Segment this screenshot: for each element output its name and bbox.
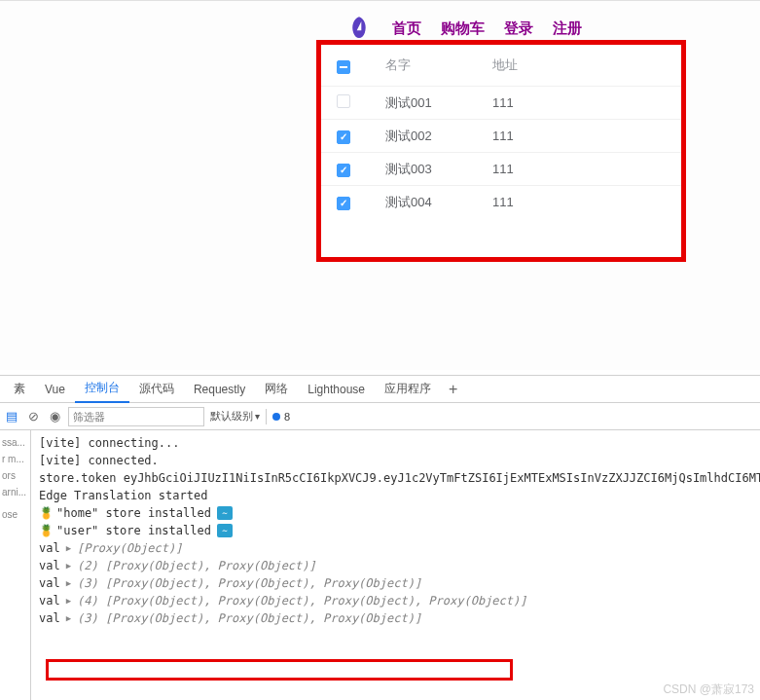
pinia-icon: 🍍 xyxy=(39,506,51,520)
app-logo-icon xyxy=(345,15,373,42)
table-row: 测试001 111 xyxy=(321,86,681,119)
add-tab-icon[interactable]: + xyxy=(449,381,457,398)
log-line[interactable]: val▶(4) [Proxy(Object), Proxy(Object), P… xyxy=(39,592,752,609)
devtools-tab-bar: 素 Vue 控制台 源代码 Requestly 网络 Lighthouse 应用… xyxy=(0,376,760,403)
row-checkbox[interactable] xyxy=(337,164,350,177)
row-checkbox[interactable] xyxy=(337,130,350,144)
log-line[interactable]: Edge Translation started xyxy=(39,487,752,504)
log-line[interactable]: 🍍"user" store installed∼ xyxy=(39,522,752,539)
clear-console-icon[interactable]: ⊘ xyxy=(25,409,41,424)
cell-addr: 111 xyxy=(492,195,666,209)
devtools-tab-elements[interactable]: 素 xyxy=(4,376,35,403)
expand-arrow-icon[interactable]: ▶ xyxy=(66,543,71,553)
devtools-tab-application[interactable]: 应用程序 xyxy=(375,376,441,403)
log-line[interactable]: 🍍"home" store installed∼ xyxy=(39,504,752,522)
log-line[interactable]: val▶(3) [Proxy(Object), Proxy(Object), P… xyxy=(39,574,752,592)
toolbar-divider xyxy=(266,409,267,424)
devtools-tab-vue[interactable]: Vue xyxy=(35,376,75,403)
issues-badge[interactable]: 8 xyxy=(272,411,290,423)
row-checkbox[interactable] xyxy=(337,94,350,108)
nav-link-cart[interactable]: 购物车 xyxy=(441,19,485,38)
watermark: CSDN @萧寂173 xyxy=(663,682,754,698)
sidebar-item[interactable]: ssa... xyxy=(0,434,30,451)
row-checkbox[interactable] xyxy=(337,197,350,210)
pinia-icon: 🍍 xyxy=(39,524,51,537)
log-level-dropdown[interactable]: 默认级别 xyxy=(210,409,260,424)
data-table: 名字 地址 测试001 111 测试002 111 测试003 111 测试00… xyxy=(321,45,681,218)
devtools-tab-network[interactable]: 网络 xyxy=(255,376,298,403)
table-row: 测试004 111 xyxy=(321,185,681,218)
log-line[interactable]: store.token eyJhbGciOiJIUzI1NiIsInR5cCI6… xyxy=(39,469,752,487)
devtools-panel: 素 Vue 控制台 源代码 Requestly 网络 Lighthouse 应用… xyxy=(0,375,760,700)
cell-name: 测试003 xyxy=(385,161,492,178)
log-line[interactable]: [vite] connected. xyxy=(39,452,752,469)
table-row: 测试003 111 xyxy=(321,152,681,185)
pinia-badge-icon: ∼ xyxy=(217,524,233,537)
devtools-tab-lighthouse[interactable]: Lighthouse xyxy=(298,376,375,403)
expand-arrow-icon[interactable]: ▶ xyxy=(66,561,71,571)
sidebar-item[interactable]: ors xyxy=(0,467,30,484)
cell-addr: 111 xyxy=(492,129,666,143)
cell-name: 测试001 xyxy=(385,94,492,112)
pinia-badge-icon: ∼ xyxy=(217,506,233,520)
issue-count: 8 xyxy=(284,411,290,423)
console-toolbar: ▤ ⊘ ◉ 默认级别 8 xyxy=(0,403,760,430)
console-sidebar: ssa... r m... ors arni... ose xyxy=(0,430,31,700)
issue-dot-icon xyxy=(272,413,280,421)
live-expression-icon[interactable]: ◉ xyxy=(47,409,62,424)
log-line[interactable]: val▶(2) [Proxy(Object), Proxy(Object)] xyxy=(39,557,752,574)
cell-addr: 111 xyxy=(492,95,666,110)
table-row: 测试002 111 xyxy=(321,119,681,152)
devtools-tab-sources[interactable]: 源代码 xyxy=(129,376,184,403)
log-line[interactable]: val▶(3) [Proxy(Object), Proxy(Object), P… xyxy=(39,609,752,627)
log-line[interactable]: val▶[Proxy(Object)] xyxy=(39,539,752,557)
console-output: [vite] connecting... [vite] connected. s… xyxy=(31,430,760,700)
expand-arrow-icon[interactable]: ▶ xyxy=(66,578,71,588)
select-all-checkbox[interactable] xyxy=(337,60,350,74)
nav-link-login[interactable]: 登录 xyxy=(504,19,533,38)
devtools-tab-console[interactable]: 控制台 xyxy=(75,376,129,403)
sidebar-item[interactable]: r m... xyxy=(0,451,30,467)
nav-link-register[interactable]: 注册 xyxy=(553,19,582,38)
cell-addr: 111 xyxy=(492,162,666,176)
sidebar-item[interactable]: arni... xyxy=(0,484,30,500)
table-header-row: 名字 地址 xyxy=(321,45,681,86)
cell-name: 测试002 xyxy=(385,128,492,145)
expand-arrow-icon[interactable]: ▶ xyxy=(66,613,71,623)
devtools-tab-requestly[interactable]: Requestly xyxy=(184,376,255,403)
app-viewport: 首页 购物车 登录 注册 名字 地址 测试001 111 测试002 111 xyxy=(0,0,760,370)
nav-link-home[interactable]: 首页 xyxy=(392,19,421,38)
nav-bar: 首页 购物车 登录 注册 xyxy=(345,15,582,42)
console-filter-input[interactable] xyxy=(68,407,204,426)
log-line[interactable]: [vite] connecting... xyxy=(39,434,752,452)
highlight-box-table: 名字 地址 测试001 111 测试002 111 测试003 111 测试00… xyxy=(316,40,686,262)
console-sidebar-toggle-icon[interactable]: ▤ xyxy=(4,409,19,424)
console-body: ssa... r m... ors arni... ose [vite] con… xyxy=(0,430,760,700)
sidebar-item[interactable]: ose xyxy=(0,506,30,523)
expand-arrow-icon[interactable]: ▶ xyxy=(66,596,71,606)
table-header-name: 名字 xyxy=(385,56,492,74)
table-header-addr: 地址 xyxy=(492,56,666,74)
cell-name: 测试004 xyxy=(385,194,492,211)
